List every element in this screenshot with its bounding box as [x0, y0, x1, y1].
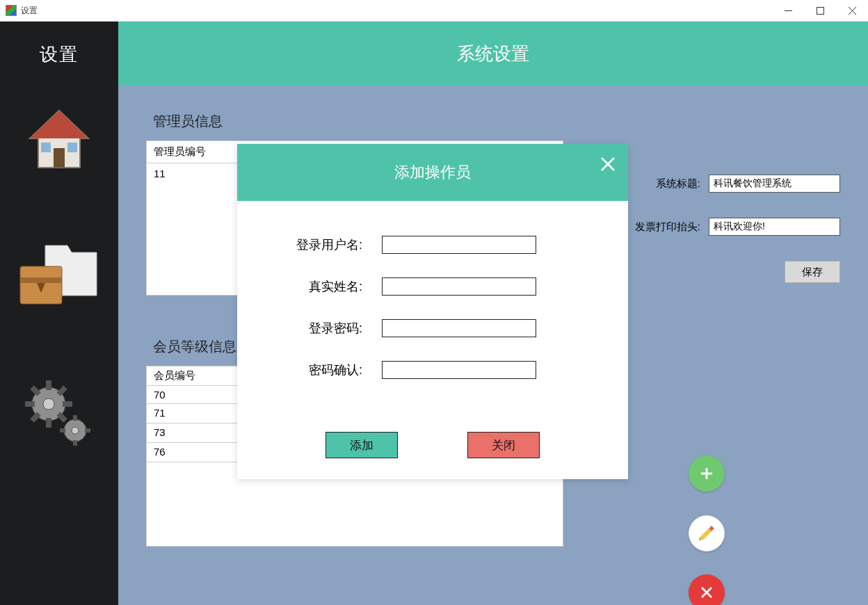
- sidebar-title: 设置: [40, 42, 79, 67]
- invoice-head-input[interactable]: [709, 218, 840, 236]
- svg-line-18: [58, 414, 65, 421]
- dialog-cancel-button[interactable]: 关闭: [467, 432, 540, 458]
- dialog-header: 添加操作员: [237, 144, 628, 201]
- x-icon: [698, 584, 715, 601]
- sidebar-item-home[interactable]: [17, 105, 101, 175]
- pencil-icon: [696, 523, 717, 544]
- minimize-button[interactable]: [772, 0, 804, 22]
- invoice-head-label: 发票打印抬头:: [632, 220, 700, 234]
- confirm-input[interactable]: [382, 361, 536, 379]
- system-settings-form: 系统标题: 发票打印抬头: 保存: [632, 175, 840, 283]
- svg-rect-10: [20, 277, 62, 283]
- dialog-footer: 添加 关闭: [237, 424, 628, 479]
- dialog-close-button[interactable]: [599, 155, 617, 173]
- dialog-add-button[interactable]: 添加: [326, 432, 398, 458]
- confirm-label: 密码确认:: [279, 362, 362, 378]
- svg-line-20: [32, 414, 39, 421]
- sidebar: 设置: [0, 22, 118, 605]
- system-title-input[interactable]: [709, 175, 840, 193]
- svg-marker-5: [30, 111, 88, 138]
- window-titlebar: 设置: [0, 0, 868, 22]
- realname-label: 真实姓名:: [279, 278, 362, 295]
- window-title: 设置: [21, 5, 38, 17]
- home-icon: [24, 105, 94, 175]
- add-operator-dialog: 添加操作员 登录用户名: 真实姓名: 登录密码: [237, 144, 628, 479]
- app-icon: [6, 5, 17, 16]
- realname-input[interactable]: [382, 277, 536, 296]
- username-input[interactable]: [382, 236, 536, 254]
- sidebar-item-archive[interactable]: [17, 237, 101, 314]
- close-button[interactable]: [836, 0, 868, 22]
- save-button[interactable]: 保存: [785, 261, 840, 283]
- svg-rect-1: [817, 8, 823, 15]
- svg-marker-32: [699, 537, 700, 541]
- system-title-label: 系统标题:: [632, 177, 700, 191]
- content-area: 系统设置 管理员信息 管理员编号 11 系统标题: 发票打印抬: [118, 22, 868, 605]
- page-header: 系统设置: [118, 22, 868, 86]
- svg-marker-30: [700, 529, 712, 540]
- sidebar-item-settings[interactable]: [17, 376, 101, 453]
- delete-member-button[interactable]: [689, 574, 725, 605]
- password-input[interactable]: [382, 319, 536, 337]
- gears-icon: [21, 376, 97, 453]
- add-member-button[interactable]: [689, 455, 725, 492]
- edit-member-button[interactable]: [689, 515, 725, 551]
- maximize-button[interactable]: [804, 0, 836, 22]
- svg-rect-6: [54, 148, 65, 168]
- svg-point-27: [72, 427, 79, 434]
- svg-point-21: [43, 398, 54, 410]
- close-icon: [599, 155, 617, 173]
- svg-line-17: [32, 387, 39, 394]
- window-controls: [772, 0, 868, 22]
- dialog-title: 添加操作员: [394, 162, 471, 183]
- plus-icon: [697, 464, 716, 483]
- svg-line-19: [58, 387, 65, 394]
- dialog-body: 登录用户名: 真实姓名: 登录密码: 密码确认:: [237, 201, 628, 424]
- box-folder-icon: [17, 237, 101, 314]
- admin-section-label: 管理员信息: [153, 112, 840, 131]
- password-label: 登录密码:: [279, 320, 362, 337]
- svg-rect-7: [41, 143, 51, 152]
- page-header-title: 系统设置: [457, 42, 529, 66]
- svg-rect-8: [67, 143, 77, 152]
- username-label: 登录用户名:: [279, 236, 362, 253]
